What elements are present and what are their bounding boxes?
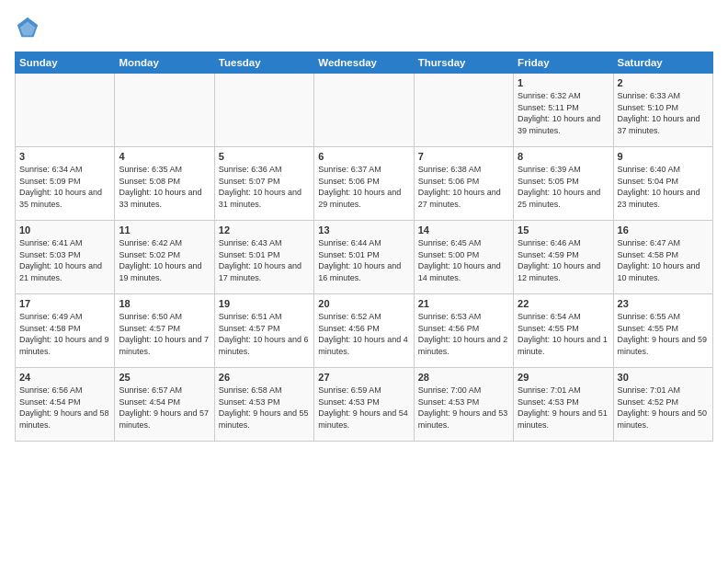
day-info: Sunrise: 6:39 AMSunset: 5:05 PMDaylight:… xyxy=(518,164,609,210)
calendar-cell: 6Sunrise: 6:37 AMSunset: 5:06 PMDaylight… xyxy=(314,147,414,221)
day-number: 8 xyxy=(518,151,609,162)
day-number: 3 xyxy=(19,151,110,162)
day-number: 1 xyxy=(518,77,609,88)
day-number: 5 xyxy=(219,151,310,162)
calendar-week-row: 10Sunrise: 6:41 AMSunset: 5:03 PMDayligh… xyxy=(16,221,713,294)
day-number: 4 xyxy=(119,151,210,162)
column-header-thursday: Thursday xyxy=(414,52,513,74)
day-number: 17 xyxy=(19,298,110,309)
calendar-cell: 14Sunrise: 6:45 AMSunset: 5:00 PMDayligh… xyxy=(414,221,513,294)
logo xyxy=(15,15,44,40)
calendar-cell: 23Sunrise: 6:55 AMSunset: 4:55 PMDayligh… xyxy=(613,294,712,368)
day-number: 26 xyxy=(219,372,310,383)
day-number: 16 xyxy=(618,224,709,236)
column-header-saturday: Saturday xyxy=(613,52,712,74)
calendar-cell: 24Sunrise: 6:56 AMSunset: 4:54 PMDayligh… xyxy=(16,368,115,442)
day-info: Sunrise: 6:37 AMSunset: 5:06 PMDaylight:… xyxy=(318,164,409,210)
day-number: 19 xyxy=(219,298,310,309)
day-info: Sunrise: 6:45 AMSunset: 5:00 PMDaylight:… xyxy=(418,237,509,283)
day-number: 22 xyxy=(518,298,609,309)
day-info: Sunrise: 6:35 AMSunset: 5:08 PMDaylight:… xyxy=(119,164,210,210)
day-number: 10 xyxy=(19,224,110,236)
calendar-cell: 7Sunrise: 6:38 AMSunset: 5:06 PMDaylight… xyxy=(414,147,513,221)
day-number: 11 xyxy=(119,224,210,236)
calendar-cell xyxy=(115,74,214,147)
logo-icon xyxy=(15,15,40,40)
calendar-cell: 25Sunrise: 6:57 AMSunset: 4:54 PMDayligh… xyxy=(115,368,214,442)
calendar-header-row: SundayMondayTuesdayWednesdayThursdayFrid… xyxy=(16,52,713,74)
day-number: 18 xyxy=(119,298,210,309)
calendar-cell: 27Sunrise: 6:59 AMSunset: 4:53 PMDayligh… xyxy=(314,368,414,442)
day-number: 6 xyxy=(318,151,409,162)
day-info: Sunrise: 6:36 AMSunset: 5:07 PMDaylight:… xyxy=(219,164,310,210)
day-info: Sunrise: 6:47 AMSunset: 4:58 PMDaylight:… xyxy=(618,237,709,283)
day-info: Sunrise: 6:57 AMSunset: 4:54 PMDaylight:… xyxy=(119,385,210,431)
day-number: 23 xyxy=(618,298,709,309)
day-info: Sunrise: 6:56 AMSunset: 4:54 PMDaylight:… xyxy=(19,385,110,431)
calendar-week-row: 3Sunrise: 6:34 AMSunset: 5:09 PMDaylight… xyxy=(16,147,713,221)
day-info: Sunrise: 6:58 AMSunset: 4:53 PMDaylight:… xyxy=(219,385,310,431)
day-number: 15 xyxy=(518,224,609,236)
calendar-cell: 12Sunrise: 6:43 AMSunset: 5:01 PMDayligh… xyxy=(214,221,313,294)
day-info: Sunrise: 6:42 AMSunset: 5:02 PMDaylight:… xyxy=(119,237,210,283)
day-number: 25 xyxy=(119,372,210,383)
calendar-cell: 3Sunrise: 6:34 AMSunset: 5:09 PMDaylight… xyxy=(16,147,115,221)
calendar-cell: 28Sunrise: 7:00 AMSunset: 4:53 PMDayligh… xyxy=(414,368,513,442)
column-header-sunday: Sunday xyxy=(16,52,115,74)
day-info: Sunrise: 6:40 AMSunset: 5:04 PMDaylight:… xyxy=(618,164,709,210)
day-number: 7 xyxy=(418,151,509,162)
day-info: Sunrise: 6:59 AMSunset: 4:53 PMDaylight:… xyxy=(318,385,409,431)
calendar-cell: 30Sunrise: 7:01 AMSunset: 4:52 PMDayligh… xyxy=(613,368,712,442)
calendar-week-row: 1Sunrise: 6:32 AMSunset: 5:11 PMDaylight… xyxy=(16,74,713,147)
day-number: 9 xyxy=(618,151,709,162)
calendar-cell: 16Sunrise: 6:47 AMSunset: 4:58 PMDayligh… xyxy=(613,221,712,294)
calendar-cell xyxy=(314,74,414,147)
day-info: Sunrise: 6:44 AMSunset: 5:01 PMDaylight:… xyxy=(318,237,409,283)
day-info: Sunrise: 6:52 AMSunset: 4:56 PMDaylight:… xyxy=(318,311,409,357)
day-number: 30 xyxy=(618,372,709,383)
calendar-cell: 20Sunrise: 6:52 AMSunset: 4:56 PMDayligh… xyxy=(314,294,414,368)
calendar-cell: 26Sunrise: 6:58 AMSunset: 4:53 PMDayligh… xyxy=(214,368,313,442)
day-info: Sunrise: 6:43 AMSunset: 5:01 PMDaylight:… xyxy=(219,237,310,283)
calendar-week-row: 24Sunrise: 6:56 AMSunset: 4:54 PMDayligh… xyxy=(16,368,713,442)
column-header-tuesday: Tuesday xyxy=(214,52,313,74)
day-number: 28 xyxy=(418,372,509,383)
calendar-cell: 21Sunrise: 6:53 AMSunset: 4:56 PMDayligh… xyxy=(414,294,513,368)
calendar-cell: 22Sunrise: 6:54 AMSunset: 4:55 PMDayligh… xyxy=(514,294,613,368)
calendar-cell: 11Sunrise: 6:42 AMSunset: 5:02 PMDayligh… xyxy=(115,221,214,294)
day-info: Sunrise: 6:38 AMSunset: 5:06 PMDaylight:… xyxy=(418,164,509,210)
calendar-cell: 8Sunrise: 6:39 AMSunset: 5:05 PMDaylight… xyxy=(514,147,613,221)
calendar-cell: 19Sunrise: 6:51 AMSunset: 4:57 PMDayligh… xyxy=(214,294,313,368)
day-info: Sunrise: 7:01 AMSunset: 4:53 PMDaylight:… xyxy=(518,385,609,431)
calendar-cell: 2Sunrise: 6:33 AMSunset: 5:10 PMDaylight… xyxy=(613,74,712,147)
day-number: 20 xyxy=(318,298,409,309)
calendar-cell: 5Sunrise: 6:36 AMSunset: 5:07 PMDaylight… xyxy=(214,147,313,221)
day-info: Sunrise: 6:34 AMSunset: 5:09 PMDaylight:… xyxy=(19,164,110,210)
day-number: 27 xyxy=(318,372,409,383)
calendar-cell: 29Sunrise: 7:01 AMSunset: 4:53 PMDayligh… xyxy=(514,368,613,442)
day-info: Sunrise: 6:33 AMSunset: 5:10 PMDaylight:… xyxy=(618,90,709,136)
calendar-cell: 1Sunrise: 6:32 AMSunset: 5:11 PMDaylight… xyxy=(514,74,613,147)
calendar-week-row: 17Sunrise: 6:49 AMSunset: 4:58 PMDayligh… xyxy=(16,294,713,368)
calendar-cell xyxy=(16,74,115,147)
calendar-cell: 9Sunrise: 6:40 AMSunset: 5:04 PMDaylight… xyxy=(613,147,712,221)
calendar-cell: 15Sunrise: 6:46 AMSunset: 4:59 PMDayligh… xyxy=(514,221,613,294)
day-info: Sunrise: 6:41 AMSunset: 5:03 PMDaylight:… xyxy=(19,237,110,283)
calendar-table: SundayMondayTuesdayWednesdayThursdayFrid… xyxy=(15,52,713,442)
day-info: Sunrise: 6:32 AMSunset: 5:11 PMDaylight:… xyxy=(518,90,609,136)
day-info: Sunrise: 6:55 AMSunset: 4:55 PMDaylight:… xyxy=(618,311,709,357)
day-number: 29 xyxy=(518,372,609,383)
page-header xyxy=(15,15,713,40)
column-header-monday: Monday xyxy=(115,52,214,74)
calendar-cell xyxy=(414,74,513,147)
day-info: Sunrise: 6:49 AMSunset: 4:58 PMDaylight:… xyxy=(19,311,110,357)
day-info: Sunrise: 6:51 AMSunset: 4:57 PMDaylight:… xyxy=(219,311,310,357)
day-number: 13 xyxy=(318,224,409,236)
day-number: 2 xyxy=(618,77,709,88)
day-number: 24 xyxy=(19,372,110,383)
day-info: Sunrise: 7:01 AMSunset: 4:52 PMDaylight:… xyxy=(618,385,709,431)
calendar-cell: 13Sunrise: 6:44 AMSunset: 5:01 PMDayligh… xyxy=(314,221,414,294)
day-number: 21 xyxy=(418,298,509,309)
day-info: Sunrise: 6:54 AMSunset: 4:55 PMDaylight:… xyxy=(518,311,609,357)
calendar-cell: 4Sunrise: 6:35 AMSunset: 5:08 PMDaylight… xyxy=(115,147,214,221)
